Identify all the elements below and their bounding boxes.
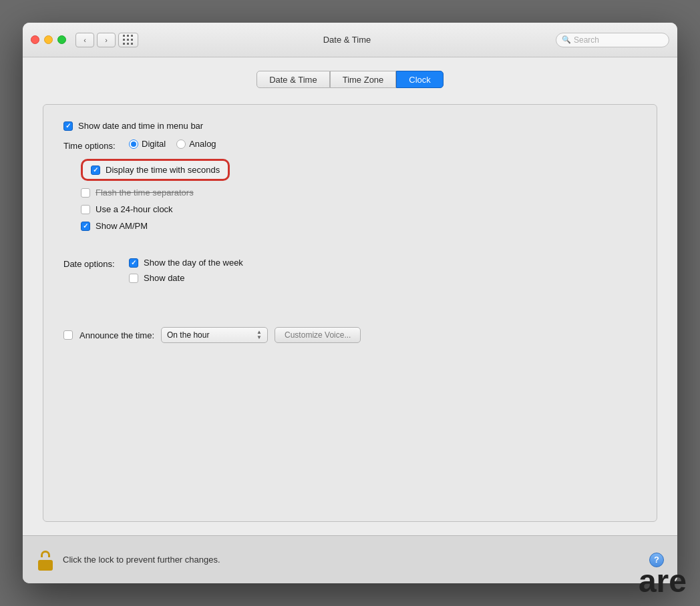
dropdown-value: On the hour	[167, 330, 209, 340]
use-24hour-label: Use a 24-hour clock	[96, 204, 173, 214]
show-day-of-week-checkbox[interactable]	[129, 258, 138, 268]
digital-radio-option[interactable]: Digital	[129, 139, 166, 149]
traffic-lights	[31, 35, 66, 44]
tab-date-time[interactable]: Date & Time	[256, 71, 330, 88]
show-date-row: Show date	[129, 273, 243, 283]
maximize-button[interactable]	[57, 35, 66, 44]
display-seconds-row: Display the time with seconds	[81, 159, 637, 181]
announce-frequency-dropdown[interactable]: On the hour ▲ ▼	[161, 327, 268, 343]
search-icon: 🔍	[562, 35, 571, 44]
analog-label: Analog	[189, 139, 216, 149]
minimize-button[interactable]	[44, 35, 53, 44]
use-24hour-checkbox[interactable]	[81, 205, 90, 214]
content-area: Date & Time Time Zone Clock Show date an…	[23, 57, 677, 535]
tab-time-zone[interactable]: Time Zone	[330, 71, 397, 88]
show-date-checkbox[interactable]	[129, 274, 138, 283]
analog-radio-option[interactable]: Analog	[176, 139, 216, 149]
show-ampm-checkbox[interactable]	[81, 222, 90, 231]
lock-body	[38, 560, 53, 571]
search-box[interactable]: 🔍 Search	[556, 33, 669, 47]
date-options-section: Date options: Show the day of the week S…	[63, 258, 637, 283]
separator-3	[63, 306, 637, 312]
use-24hour-row: Use a 24-hour clock	[81, 204, 637, 214]
digital-radio[interactable]	[129, 139, 138, 149]
settings-panel: Show date and time in menu bar Time opti…	[43, 104, 657, 522]
customize-voice-button[interactable]: Customize Voice...	[275, 327, 361, 343]
time-suboptions: Display the time with seconds Flash the …	[81, 159, 637, 231]
time-options-radio-group: Digital Analog	[129, 139, 216, 149]
show-ampm-row: Show AM/PM	[81, 221, 637, 231]
titlebar: ‹ › Date & Time 🔍 Search	[23, 23, 677, 57]
display-seconds-checkbox[interactable]	[91, 166, 100, 175]
show-datetime-row: Show date and time in menu bar	[63, 121, 637, 131]
show-day-of-week-row: Show the day of the week	[129, 258, 243, 268]
tab-bar: Date & Time Time Zone Clock	[43, 71, 657, 88]
partial-text-overlay: are	[639, 563, 687, 599]
separator-1	[63, 239, 637, 246]
back-button[interactable]: ‹	[75, 33, 94, 47]
forward-button[interactable]: ›	[97, 33, 116, 47]
show-datetime-checkbox[interactable]	[63, 121, 73, 131]
announce-time-row: Announce the time: On the hour ▲ ▼ Custo…	[63, 327, 637, 343]
show-ampm-label: Show AM/PM	[96, 221, 148, 231]
show-datetime-label: Show date and time in menu bar	[78, 121, 203, 131]
nav-buttons: ‹ ›	[75, 33, 116, 47]
dropdown-arrows-icon: ▲ ▼	[256, 330, 262, 340]
display-seconds-label: Display the time with seconds	[106, 165, 220, 175]
lock-description: Click the lock to prevent further change…	[63, 555, 641, 565]
announce-time-checkbox[interactable]	[63, 330, 73, 340]
apps-button[interactable]	[118, 33, 138, 47]
date-options-label: Date options:	[63, 258, 124, 269]
search-placeholder: Search	[574, 35, 599, 45]
show-date-label: Show date	[144, 273, 184, 283]
main-window: ‹ › Date & Time 🔍 Search Date & Time Tim…	[23, 23, 677, 583]
flash-separators-checkbox[interactable]	[81, 188, 90, 198]
announce-time-label: Announce the time:	[79, 330, 154, 340]
tab-clock[interactable]: Clock	[396, 71, 444, 88]
time-options-section: Time options: Digital Analog	[63, 139, 637, 151]
window-title: Date & Time	[138, 35, 556, 45]
apps-grid-icon	[123, 35, 134, 45]
display-seconds-highlight: Display the time with seconds	[81, 159, 230, 181]
analog-radio[interactable]	[176, 139, 186, 149]
lock-icon[interactable]	[36, 549, 55, 571]
lock-shackle	[41, 551, 50, 557]
time-options-label: Time options:	[63, 139, 124, 151]
date-checkboxes: Show the day of the week Show date	[129, 258, 243, 283]
flash-separators-row: Flash the time separators	[81, 188, 637, 198]
flash-separators-label: Flash the time separators	[96, 188, 194, 198]
show-day-of-week-label: Show the day of the week	[144, 258, 243, 268]
bottom-bar: Click the lock to prevent further change…	[23, 535, 677, 583]
digital-label: Digital	[142, 139, 166, 149]
separator-2	[63, 291, 637, 298]
close-button[interactable]	[31, 35, 39, 44]
